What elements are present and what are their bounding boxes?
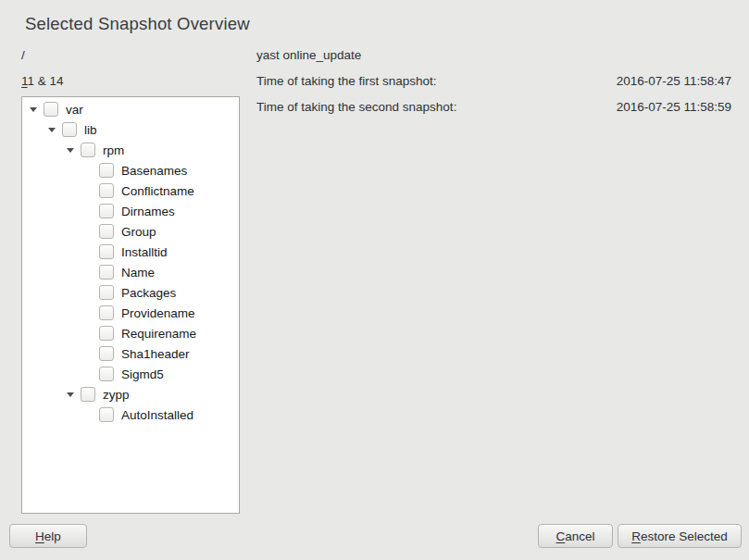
checkbox-name[interactable] <box>99 265 114 280</box>
expander-spacer <box>83 409 94 420</box>
tree-item-label: Providename <box>121 306 195 320</box>
tree-item-var[interactable]: var <box>22 99 239 119</box>
tree-item-sha1header[interactable]: Sha1header <box>22 343 239 364</box>
snapshot-pair-rest: 1 & 14 <box>28 74 64 88</box>
tree-item-rpm[interactable]: rpm <box>22 140 239 160</box>
checkbox-group[interactable] <box>99 224 114 239</box>
tree-item-basenames[interactable]: Basenames <box>22 160 239 180</box>
checkbox-var[interactable] <box>44 102 58 117</box>
snapshot-pair-label: 11 & 14 <box>21 74 64 90</box>
help-button[interactable]: Help <box>9 524 87 548</box>
tree-item-label: Dirnames <box>121 205 175 218</box>
tree-item-label: Name <box>121 266 155 280</box>
snapshot-overview-dialog: Selected Snapshot Overview / 11 & 14 var… <box>0 0 749 560</box>
second-snapshot-label: Time of taking the second snapshot: <box>256 100 456 116</box>
tree-item-label: Requirename <box>121 327 196 341</box>
tree-item-label: Conflictname <box>121 184 194 198</box>
tree-item-autoinstalled[interactable]: AutoInstalled <box>22 404 239 425</box>
tree-item-label: lib <box>84 123 97 137</box>
tree-item-label: zypp <box>103 388 130 402</box>
file-tree[interactable]: var lib rpm Basenames Conflictname Dirna… <box>21 96 240 514</box>
checkbox-lib[interactable] <box>62 122 77 137</box>
expander-icon[interactable] <box>46 124 57 135</box>
checkbox-rpm[interactable] <box>81 143 95 157</box>
restore-selected-button[interactable]: Restore Selected <box>618 524 742 548</box>
tree-item-label: Packages <box>121 286 176 300</box>
page-title: Selected Snapshot Overview <box>25 14 250 34</box>
checkbox-conflictname[interactable] <box>99 183 114 198</box>
checkbox-basenames[interactable] <box>99 163 114 178</box>
expander-spacer <box>83 205 94 217</box>
checkbox-dirnames[interactable] <box>99 204 114 218</box>
second-snapshot-time: 2016-07-25 11:58:59 <box>617 100 731 116</box>
help-button-mnemonic: H <box>35 529 44 543</box>
tree-item-name[interactable]: Name <box>22 262 239 282</box>
restore-button-mnemonic: R <box>631 529 641 543</box>
checkbox-autoinstalled[interactable] <box>99 407 114 422</box>
tree-item-label: Group <box>121 225 156 239</box>
checkbox-installtid[interactable] <box>99 244 114 259</box>
expander-spacer <box>83 185 94 196</box>
tree-item-label: Sha1header <box>121 347 190 361</box>
expander-spacer <box>83 368 94 380</box>
tree-item-installtid[interactable]: Installtid <box>22 242 239 262</box>
tree-item-lib[interactable]: lib <box>22 119 239 140</box>
tree-item-requirename[interactable]: Requirename <box>22 323 239 343</box>
snapshot-path-label: / <box>21 48 25 64</box>
checkbox-sigmd5[interactable] <box>99 367 114 381</box>
tree-item-dirnames[interactable]: Dirnames <box>22 201 239 221</box>
expander-spacer <box>83 226 94 237</box>
tree-item-providename[interactable]: Providename <box>22 303 239 323</box>
expander-spacer <box>83 165 94 176</box>
first-snapshot-label: Time of taking the first snapshot: <box>256 74 437 90</box>
tree-item-label: Sigmd5 <box>121 367 164 381</box>
checkbox-packages[interactable] <box>99 285 114 300</box>
expander-icon[interactable] <box>65 389 76 400</box>
second-snapshot-row: Time of taking the second snapshot: 2016… <box>256 100 731 116</box>
tree-item-conflictname[interactable]: Conflictname <box>22 180 239 201</box>
expander-spacer <box>83 287 94 298</box>
tree-item-label: AutoInstalled <box>121 408 193 422</box>
checkbox-providename[interactable] <box>99 305 114 320</box>
checkbox-requirename[interactable] <box>99 326 114 341</box>
help-button-label: elp <box>44 529 61 543</box>
expander-icon[interactable] <box>28 104 39 115</box>
first-snapshot-time: 2016-07-25 11:58:47 <box>617 74 731 90</box>
expander-spacer <box>83 328 94 339</box>
cancel-button-label: ancel <box>565 529 594 543</box>
tree-item-label: Basenames <box>121 164 187 178</box>
snapshot-description: yast online_update <box>256 48 361 64</box>
checkbox-sha1header[interactable] <box>99 346 114 361</box>
expander-spacer <box>83 348 94 359</box>
expander-spacer <box>83 267 94 278</box>
expander-spacer <box>83 246 94 257</box>
cancel-button-mnemonic: C <box>556 529 565 543</box>
cancel-button[interactable]: Cancel <box>538 524 613 548</box>
tree-item-label: Installtid <box>121 245 168 259</box>
tree-item-zypp[interactable]: zypp <box>22 384 239 404</box>
tree-item-label: var <box>66 103 83 117</box>
tree-item-label: rpm <box>103 143 124 157</box>
tree-item-packages[interactable]: Packages <box>22 282 239 303</box>
tree-item-group[interactable]: Group <box>22 221 239 242</box>
tree-item-sigmd5[interactable]: Sigmd5 <box>22 364 239 384</box>
checkbox-zypp[interactable] <box>81 387 95 402</box>
expander-spacer <box>83 307 94 318</box>
expander-icon[interactable] <box>65 144 76 156</box>
restore-button-label: estore Selected <box>641 529 728 543</box>
first-snapshot-row: Time of taking the first snapshot: 2016-… <box>256 74 731 90</box>
